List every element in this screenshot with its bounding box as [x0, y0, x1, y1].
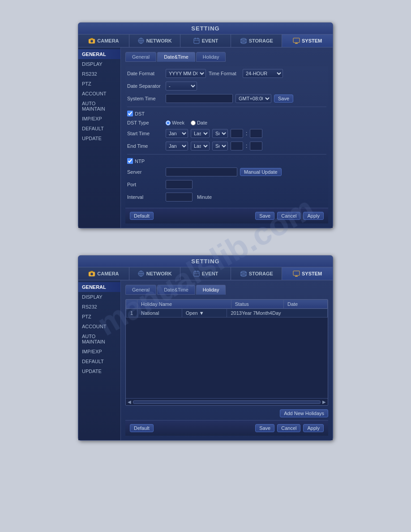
holiday-table-body-area[interactable]: 1 National Open ▼ 2013Year 7Month4Day [126, 309, 328, 398]
port-input[interactable]: 123 [166, 180, 193, 189]
sidebar-item-auto-maintain[interactable]: AUTO MAINTAIN [78, 99, 120, 114]
panel2-apply-btn[interactable]: Apply [303, 424, 324, 432]
dst-checkbox[interactable] [127, 111, 133, 116]
date-format-select[interactable]: YYYY MM DC [166, 69, 206, 78]
table-row[interactable]: 1 National Open ▼ 2013Year 7Month4Day [126, 309, 328, 317]
start-day-select[interactable]: Su [212, 129, 228, 138]
end-month-select[interactable]: Jan [166, 142, 188, 150]
sidebar-item-update[interactable]: UPDATE [78, 133, 120, 143]
holiday-rows: 1 National Open ▼ 2013Year 7Month4Day [126, 309, 328, 317]
p2-sidebar-display[interactable]: DISPLAY [78, 292, 120, 302]
sidebar-item-rs232[interactable]: RS232 [78, 69, 120, 79]
panel2-title-bar: SETTING [78, 256, 333, 267]
start-month-select[interactable]: Jan [166, 129, 188, 138]
p2-sidebar-account[interactable]: ACCOUNT [78, 322, 120, 331]
add-holidays-row: Add New Holidays [125, 409, 328, 417]
sidebar-item-account[interactable]: ACCOUNT [78, 89, 120, 99]
panel1-cancel-btn[interactable]: Cancel [277, 212, 300, 220]
date-separator-label: Date Separator [127, 83, 163, 89]
svg-rect-12 [241, 39, 246, 43]
status-open: Open [186, 310, 198, 316]
panel2-content: General Date&Time Holiday Holiday Name S… [121, 280, 333, 440]
start-hour-input[interactable]: 00 [231, 129, 243, 138]
panel2-nav-system[interactable]: SYSTEM [282, 267, 333, 280]
dst-row: DST [127, 111, 326, 116]
end-day-select[interactable]: Su [212, 142, 228, 150]
end-period-select[interactable]: Last [191, 142, 210, 150]
p2-tab-general[interactable]: General [125, 285, 156, 295]
panel2-nav-event[interactable]: EVENT [180, 267, 231, 280]
sidebar-item-general[interactable]: GENERAL [78, 49, 120, 59]
panel1-apply-btn[interactable]: Apply [303, 212, 324, 220]
dst-date-radio-label[interactable]: Date [191, 120, 207, 125]
panel1-nav-system[interactable]: SYSTEM [282, 34, 333, 47]
dst-week-radio-label[interactable]: Week [166, 120, 184, 125]
p2-sidebar-auto-maintain[interactable]: AUTO MAINTAIN [78, 331, 120, 347]
server-label: Server [127, 169, 163, 175]
panel1-bottom-right: Save Cancel Apply [255, 212, 324, 220]
end-hour-input[interactable]: 00 [231, 142, 243, 150]
p2-tab-date-time[interactable]: Date&Time [157, 285, 195, 295]
panel2-nav-camera[interactable]: CAMERA [78, 267, 129, 280]
dst-date-radio[interactable] [191, 120, 196, 125]
panel2-nav-system-label: SYSTEM [302, 271, 322, 276]
gmt-select[interactable]: GMT+08:00 [235, 94, 271, 103]
dst-label: DST [135, 111, 145, 116]
p2-sidebar-update[interactable]: UPDATE [78, 366, 120, 376]
system-time-input[interactable]: 2013 · 11 · 08 11 : 37 : 37 [166, 94, 233, 103]
panel1-nav-camera[interactable]: CAMERA [78, 34, 129, 47]
ntp-checkbox[interactable] [127, 158, 133, 164]
time-format-select[interactable]: 24-HOUR [243, 69, 283, 78]
h-scrollbar[interactable] [133, 400, 321, 404]
end-min-input[interactable]: 00 [250, 142, 262, 150]
col-status: Status [231, 300, 283, 309]
start-time-label: Start Time [127, 131, 163, 136]
p2-sidebar-default[interactable]: DEFAULT [78, 356, 120, 366]
panel1-save-btn[interactable]: Save [255, 212, 274, 220]
panel1-nav-network[interactable]: NETWORK [129, 34, 180, 47]
sidebar-item-default[interactable]: DEFAULT [78, 124, 120, 133]
p2-sidebar-imp-exp[interactable]: IMP/EXP [78, 347, 120, 356]
panel2-save-btn[interactable]: Save [255, 424, 274, 432]
panel2-cancel-btn[interactable]: Cancel [277, 424, 300, 432]
panel2-nav-network[interactable]: NETWORK [129, 267, 180, 280]
tab-holiday[interactable]: Holiday [196, 52, 226, 62]
panel2-default-btn[interactable]: Default [130, 424, 154, 432]
start-min-input[interactable]: 00 [250, 129, 262, 138]
tab-date-time[interactable]: Date&Time [157, 52, 195, 62]
save-time-btn[interactable]: Save [274, 94, 293, 103]
dst-checkbox-label[interactable]: DST [127, 111, 145, 116]
status-dropdown-icon[interactable]: ▼ [199, 310, 204, 316]
row-status[interactable]: Open ▼ [182, 309, 227, 317]
scroll-right-arrow[interactable]: ▶ [322, 399, 326, 404]
ntp-checkbox-label[interactable]: NTP [127, 158, 145, 164]
p2-sidebar-rs232[interactable]: RS232 [78, 302, 120, 312]
svg-rect-31 [293, 271, 300, 275]
p2-sidebar-ptz[interactable]: PTZ [78, 312, 120, 322]
interval-input[interactable]: 60 [166, 193, 193, 202]
server-input[interactable]: time.windows.com [166, 167, 237, 176]
sidebar-item-display[interactable]: DISPLAY [78, 59, 120, 69]
date-separator-select[interactable]: - [166, 82, 197, 90]
svg-point-1 [90, 40, 93, 43]
scroll-left-arrow[interactable]: ◀ [128, 399, 131, 404]
panel2-nav-storage[interactable]: STORAGE [231, 267, 282, 280]
manual-update-btn[interactable]: Manual Update [240, 168, 282, 176]
panel2-bottom-right: Save Cancel Apply [255, 424, 324, 432]
sidebar-item-imp-exp[interactable]: IMP/EXP [78, 114, 120, 124]
p2-tab-holiday[interactable]: Holiday [196, 285, 226, 295]
sidebar-item-ptz[interactable]: PTZ [78, 79, 120, 89]
p2-sidebar-general[interactable]: GENERAL [78, 282, 120, 292]
panel1-nav-event[interactable]: EVENT [180, 34, 231, 47]
holiday-header-row: Holiday Name Status Date [126, 300, 328, 309]
network-icon [137, 37, 145, 44]
panel1-default-btn[interactable]: Default [130, 212, 154, 220]
storage-icon2 [240, 270, 247, 277]
start-period-select[interactable]: Last [191, 129, 210, 138]
storage-icon [240, 37, 247, 44]
add-holidays-btn[interactable]: Add New Holidays [280, 409, 328, 417]
network-icon2 [137, 270, 145, 277]
tab-general[interactable]: General [125, 52, 156, 62]
panel1-nav-storage[interactable]: STORAGE [231, 34, 282, 47]
dst-week-radio[interactable] [166, 120, 171, 125]
